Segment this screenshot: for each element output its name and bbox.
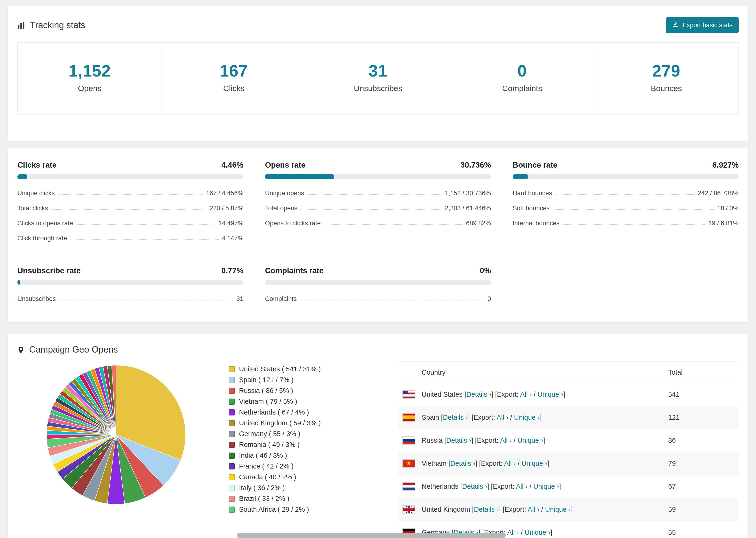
progress-fill [265, 174, 335, 179]
country-total: 67 [668, 483, 734, 490]
export-all-link[interactable]: All › [497, 413, 508, 421]
gb-flag-icon [403, 505, 415, 513]
country-total: 55 [668, 529, 734, 536]
metric-row: Opens to clicks rate689.82% [265, 215, 491, 231]
export-unique-link[interactable]: Unique › [533, 483, 559, 490]
legend-swatch [229, 474, 235, 480]
metric-value: 1,152 / 30.736% [445, 189, 491, 196]
progress-fill [513, 174, 528, 179]
rate-block-clicks-rate: Clicks rate4.46%Unique clicks167 / 4.456… [17, 161, 243, 245]
stat-clicks: 167Clicks [162, 43, 306, 114]
stat-label: Complaints [450, 84, 594, 93]
campaign-geo-opens-card: Campaign Geo Opens United States ( 541 /… [8, 334, 748, 538]
legend-label: Romania ( 49 / 3% ) [239, 441, 299, 448]
stat-label: Opens [18, 84, 162, 93]
table-header-row: Country Total [398, 362, 739, 383]
metric-value: 167 / 4.456% [206, 189, 243, 196]
legend-swatch [229, 463, 235, 469]
rate-head: Complaints rate0% [265, 266, 491, 275]
details-link[interactable]: Details › [462, 483, 487, 490]
export-all-link[interactable]: All › [500, 437, 512, 444]
export-unique-link[interactable]: Unique › [524, 529, 550, 536]
rate-head: Unsubscribe rate0.77% [17, 266, 243, 275]
table-row-united-kingdom: United Kingdom [Details ›] [Export: All … [398, 498, 739, 521]
rate-head: Bounce rate6.927% [513, 161, 739, 170]
pie-legend: United States ( 541 / 31% )Spain ( 121 /… [229, 365, 379, 516]
legend-label: Germany ( 55 / 3% ) [239, 430, 300, 438]
stats-summary-row: 1,152Opens167Clicks31Unsubscribes0Compla… [17, 42, 739, 115]
rate-value: 6.927% [712, 161, 739, 170]
progress-track [17, 174, 243, 179]
export-all-link[interactable]: All › [520, 391, 532, 398]
country-column-header: Country [403, 368, 668, 376]
export-basic-stats-button[interactable]: Export basic stats [666, 17, 739, 33]
stat-value: 279 [594, 62, 738, 80]
country-name: United Kingdom [422, 506, 470, 513]
export-all-link[interactable]: All › [516, 483, 527, 490]
stat-bounces: 279Bounces [594, 43, 738, 114]
details-link[interactable]: Details › [446, 437, 471, 444]
details-link[interactable]: Details › [443, 413, 468, 421]
country-name: Vietnam [422, 459, 447, 467]
progress-track [265, 280, 491, 285]
legend-label: Russia ( 86 / 5% ) [239, 387, 293, 394]
legend-item-italy: Italy ( 36 / 2% ) [229, 484, 379, 492]
stat-value: 0 [450, 62, 594, 80]
export-all-link[interactable]: All › [504, 459, 516, 467]
rate-head: Opens rate30.736% [265, 161, 491, 170]
metric-row: Internal bounces19 / 6.81% [513, 215, 739, 231]
details-link[interactable]: Details › [450, 459, 475, 467]
country-total: 59 [668, 506, 734, 513]
legend-item-canada: Canada ( 40 / 2% ) [229, 473, 379, 481]
export-all-link[interactable]: All › [527, 506, 539, 513]
geo-body: United States ( 541 / 31% )Spain ( 121 /… [17, 361, 739, 538]
ru-flag-icon [403, 436, 415, 445]
metric-row: Unique clicks167 / 4.456% [17, 186, 243, 200]
legend-swatch [229, 398, 235, 404]
geo-opens-table: Country Total United States [Details ›] … [398, 361, 739, 538]
metric-label: Unique clicks [17, 189, 55, 196]
metric-label: Total clicks [17, 204, 48, 211]
legend-swatch [229, 388, 235, 394]
tracking-stats-header: Tracking stats Export basic stats [17, 17, 739, 33]
export-all-link[interactable]: All › [507, 529, 519, 536]
metric-value: 18 / 0% [717, 204, 739, 211]
export-unique-link[interactable]: Unique › [514, 413, 540, 421]
legend-swatch [229, 377, 235, 383]
country-total: 86 [668, 437, 734, 444]
bar-chart-icon [17, 21, 26, 29]
progress-fill [17, 174, 27, 179]
horizontal-scrollbar-thumb[interactable] [237, 533, 506, 538]
legend-swatch [229, 420, 235, 426]
country-total: 121 [668, 413, 734, 421]
legend-swatch [229, 442, 235, 448]
rate-title: Bounce rate [513, 161, 557, 170]
details-link[interactable]: Details › [474, 506, 499, 513]
stat-label: Unsubscribes [306, 84, 450, 93]
rate-title: Unsubscribe rate [17, 266, 81, 275]
dotted-leader [76, 224, 215, 225]
progress-track [265, 174, 491, 179]
legend-swatch [229, 366, 235, 372]
metric-value: 31 [237, 295, 243, 302]
legend-label: United Kingdom ( 59 / 3% ) [239, 419, 321, 427]
metric-label: Clicks to opens rate [17, 219, 73, 227]
legend-label: India ( 46 / 3% ) [239, 452, 287, 459]
export-unique-link[interactable]: Unique › [545, 506, 571, 513]
legend-item-brazil: Brazil ( 33 / 2% ) [229, 495, 379, 502]
es-flag-icon [403, 413, 415, 422]
stat-value: 167 [162, 62, 306, 80]
progress-fill [17, 280, 20, 285]
details-link[interactable]: Details › [466, 391, 491, 398]
geo-title: Campaign Geo Opens [29, 345, 118, 355]
stat-label: Clicks [162, 84, 306, 93]
rate-value: 0.77% [221, 266, 243, 275]
legend-label: South Africa ( 29 / 2% ) [239, 506, 309, 513]
dotted-leader [301, 209, 442, 210]
export-unique-link[interactable]: Unique › [517, 437, 543, 444]
metric-label: Soft bounces [513, 204, 550, 211]
export-unique-link[interactable]: Unique › [521, 459, 547, 467]
metric-row: Unsubscribes31 [17, 291, 243, 306]
legend-label: Brazil ( 33 / 2% ) [239, 495, 289, 502]
export-unique-link[interactable]: Unique › [537, 391, 563, 398]
